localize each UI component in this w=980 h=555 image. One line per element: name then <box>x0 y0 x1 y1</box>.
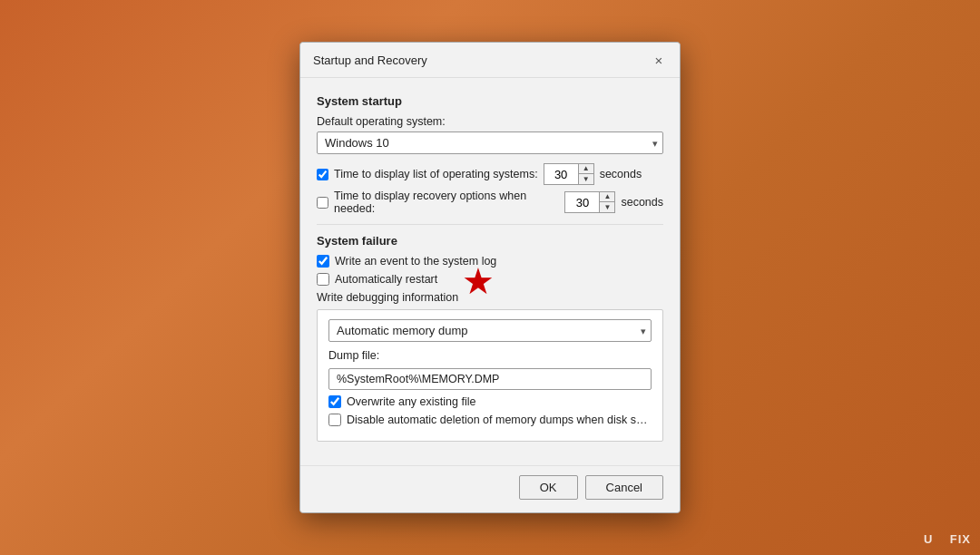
overwrite-label: Overwrite any existing file <box>347 395 475 408</box>
write-event-row: Write an event to the system log <box>317 255 663 268</box>
recovery-row: Time to display recovery options when ne… <box>317 190 663 215</box>
auto-restart-checkbox[interactable] <box>317 273 329 286</box>
system-failure-header: System failure <box>317 234 663 248</box>
watermark-text: U FIX <box>924 532 971 546</box>
time-display-checkbox[interactable] <box>317 169 328 180</box>
time-display-spin-down[interactable]: ▼ <box>579 174 593 184</box>
system-failure-section: System failure Write an event to the sys… <box>317 234 663 442</box>
recovery-spin-down[interactable]: ▼ <box>600 202 614 212</box>
recovery-input[interactable] <box>564 191 599 213</box>
recovery-spin-up[interactable]: ▲ <box>600 192 614 202</box>
disable-auto-checkbox[interactable] <box>328 414 341 426</box>
cancel-button[interactable]: Cancel <box>585 475 663 500</box>
recovery-unit: seconds <box>621 196 663 209</box>
auto-restart-label: Automatically restart <box>335 273 437 286</box>
disable-auto-label: Disable automatic deletion of memory dum… <box>347 414 652 426</box>
dialog-body: System startup Default operating system:… <box>300 78 680 465</box>
time-display-unit: seconds <box>600 168 642 180</box>
dialog-titlebar: Startup and Recovery × <box>300 43 680 78</box>
dialog-title: Startup and Recovery <box>313 54 427 67</box>
ok-button[interactable]: OK <box>519 475 578 500</box>
time-display-spinner: ▲ ▼ <box>544 163 594 185</box>
default-os-label: Default operating system: <box>317 115 663 128</box>
time-display-row: Time to display list of operating system… <box>317 163 663 185</box>
recovery-label: Time to display recovery options when ne… <box>334 190 559 215</box>
system-startup-section: System startup Default operating system:… <box>317 94 663 215</box>
overwrite-row: Overwrite any existing file <box>328 395 652 408</box>
time-display-spin-up[interactable]: ▲ <box>579 164 593 174</box>
time-display-spin-buttons: ▲ ▼ <box>578 163 594 185</box>
time-display-label: Time to display list of operating system… <box>334 168 538 180</box>
section-divider <box>317 224 663 225</box>
write-event-checkbox[interactable] <box>317 255 329 268</box>
default-os-select[interactable]: Windows 10 <box>317 131 663 154</box>
dialog-footer: OK Cancel <box>300 465 680 512</box>
overwrite-checkbox[interactable] <box>328 395 341 408</box>
close-button[interactable]: × <box>649 50 669 70</box>
time-display-input[interactable] <box>544 163 578 185</box>
write-debug-section: Write debugging information Small memory… <box>317 291 663 442</box>
write-debug-label: Write debugging information <box>317 291 663 304</box>
disable-auto-row: Disable automatic deletion of memory dum… <box>328 414 652 426</box>
dump-file-input[interactable] <box>328 368 652 390</box>
recovery-checkbox[interactable] <box>317 197 328 209</box>
debug-section-box: Small memory dump (256 KB)Kernel memory … <box>317 309 663 442</box>
startup-recovery-dialog: Startup and Recovery × System startup De… <box>299 42 681 513</box>
write-event-label: Write an event to the system log <box>335 255 496 268</box>
debug-type-select[interactable]: Small memory dump (256 KB)Kernel memory … <box>328 319 652 342</box>
debug-type-dropdown-wrapper: Small memory dump (256 KB)Kernel memory … <box>328 319 652 342</box>
system-startup-header: System startup <box>317 94 663 108</box>
auto-restart-row: Automatically restart ★ <box>317 273 663 286</box>
default-os-dropdown-wrapper: Windows 10 ▾ <box>317 131 663 154</box>
recovery-spinner: ▲ ▼ <box>564 191 615 213</box>
recovery-spin-buttons: ▲ ▼ <box>599 191 615 213</box>
dump-file-label: Dump file: <box>328 349 652 362</box>
